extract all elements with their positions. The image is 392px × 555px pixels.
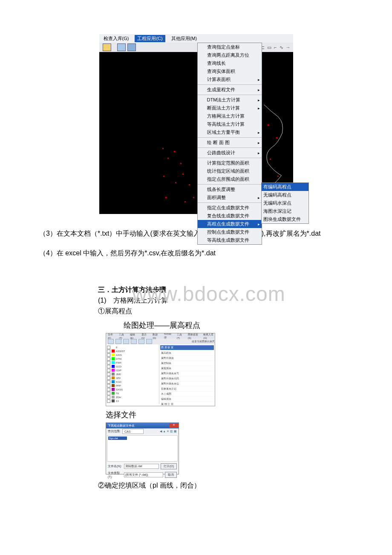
menu-item[interactable]: 控制点生成数据文件: [198, 228, 262, 236]
submenu: 有编码高程点无编码高程点无编码水深点海图水深注记图块生成数据文件: [261, 182, 309, 224]
menubar: 检查入库(G) 工程应用(C) 其他应用(M): [99, 34, 293, 43]
submenu-item[interactable]: 无编码高程点: [262, 191, 308, 199]
tool-icon[interactable]: [103, 43, 111, 51]
figure-3-file-dialog: 下高程点数据文件名✕ 查找范围: CAS ◀ ▲ ✕ ▥ ▦ Dgx.dat 文…: [106, 422, 179, 474]
menu-item[interactable]: 生成里程文件: [198, 86, 262, 94]
menu-item[interactable]: 查询线长: [198, 59, 262, 67]
menu-item[interactable]: 等高线生成数据文件: [198, 236, 262, 244]
menu-item[interactable]: 查询指定点坐标: [198, 43, 262, 51]
menu-item-active[interactable]: 工程应用(C): [135, 35, 165, 42]
menu-item[interactable]: DTM法土方计算: [198, 96, 262, 104]
menu-item[interactable]: 指定点生成数据文件: [198, 204, 262, 212]
cancel-button[interactable]: 取消: [165, 472, 177, 478]
menu-item[interactable]: 高程点生成数据文件: [198, 220, 262, 228]
figure-2-layer-dialog: 文件(F)工具(T)编辑(E)显示(V)数据(D)绘图处理工具(T)图形设置(S…: [106, 333, 215, 406]
menu-item[interactable]: 计算表面积: [198, 75, 262, 84]
step-2: ②确定挖填区域（pl 画线，闭合）: [98, 481, 366, 490]
menu-item[interactable]: 面积调整: [198, 194, 262, 202]
paragraph-3: （3）在文本文档（*.txt）中手动输入(要求在英文输入法下按以上格式输入),再…: [26, 227, 366, 240]
menu-item[interactable]: 方格网法土方计算: [198, 112, 262, 120]
tool-icon[interactable]: [117, 43, 126, 51]
caption-1: 绘图处理——展高程点: [124, 320, 366, 330]
menu-item[interactable]: 绘 断 面 图: [198, 139, 262, 147]
menu-item[interactable]: 统计指定区域的面积: [198, 167, 262, 175]
menu-item[interactable]: 线条长度调整: [198, 185, 262, 194]
close-icon[interactable]: ✕: [169, 423, 179, 428]
submenu-item[interactable]: 海图水深注记: [262, 207, 308, 215]
open-button[interactable]: 打开(O): [161, 463, 177, 469]
heading-3: 三．土方计算方法步骤: [98, 286, 366, 295]
submenu-item[interactable]: 无编码水深点: [262, 199, 308, 207]
sub-1: (1) 方格网法土方计算: [98, 296, 366, 305]
menu-item[interactable]: 查询两点距离及方位: [198, 51, 262, 59]
submenu-item[interactable]: 图块生成数据文件: [262, 215, 308, 223]
tool-icon[interactable]: [127, 43, 136, 51]
menu-item[interactable]: 查询实体面积: [198, 67, 262, 75]
menu-item[interactable]: 指定点所围成的面积: [198, 175, 262, 183]
menu-item[interactable]: 公路曲线设计: [198, 149, 262, 157]
menu-item[interactable]: 其他应用(M): [171, 35, 197, 42]
menu-item[interactable]: 等高线法土方计算: [198, 120, 262, 128]
menu-item[interactable]: 计算指定范围的面积: [198, 159, 262, 167]
figure-1-cad-menu: 检查入库(G) 工程应用(C) 其他应用(M) △⊥≐⊏⊏▭⌐∿→: [99, 34, 293, 214]
menu-item[interactable]: 检查入库(G): [104, 35, 129, 42]
paragraph-4: （4）在 excel 中输入，然后另存为*.csv,在改后缀名为*.dat: [26, 246, 366, 260]
menu-item[interactable]: 断面法土方计算: [198, 104, 262, 112]
caption-2: 选择文件: [106, 410, 366, 420]
submenu-item[interactable]: 有编码高程点: [262, 183, 308, 191]
menu-item[interactable]: 复合线生成数据文件: [198, 212, 262, 220]
sub-2: ①展高程点: [98, 307, 366, 316]
menu-item[interactable]: 区域土方量平衡: [198, 128, 262, 136]
dropdown-menu: 查询指定点坐标查询两点距离及方位查询线长查询实体面积计算表面积生成里程文件DTM…: [197, 43, 262, 245]
